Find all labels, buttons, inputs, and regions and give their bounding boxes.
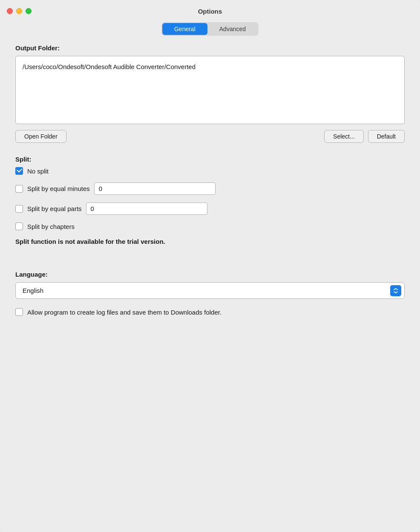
log-files-checkbox[interactable]	[15, 308, 23, 316]
tabs-wrapper: General Advanced	[161, 22, 259, 36]
window-controls	[7, 8, 32, 14]
no-split-checkbox[interactable]	[15, 167, 23, 175]
btn-group-right: Select... Default	[324, 130, 405, 143]
minimize-button[interactable]	[16, 8, 22, 14]
default-button[interactable]: Default	[368, 130, 405, 143]
equal-minutes-input[interactable]	[94, 182, 216, 195]
equal-minutes-label[interactable]: Split by equal minutes	[27, 185, 90, 192]
open-folder-button[interactable]: Open Folder	[15, 130, 66, 143]
window-title: Options	[198, 8, 222, 15]
split-option-equal-minutes: Split by equal minutes	[15, 182, 405, 195]
language-select[interactable]: English Chinese French German Spanish Ja…	[15, 282, 405, 299]
equal-minutes-checkbox[interactable]	[15, 185, 23, 193]
tab-general[interactable]: General	[162, 23, 207, 35]
select-button[interactable]: Select...	[324, 130, 364, 143]
chapters-label[interactable]: Split by chapters	[27, 223, 75, 230]
tab-advanced[interactable]: Advanced	[207, 23, 258, 35]
language-select-wrapper: English Chinese French German Spanish Ja…	[15, 282, 405, 299]
output-folder-input[interactable]: /Users/coco/Ondesoft/Ondesoft Audible Co…	[15, 56, 405, 124]
split-label: Split:	[15, 156, 405, 163]
buttons-row: Open Folder Select... Default	[15, 130, 405, 143]
titlebar: Options	[0, 0, 420, 22]
close-button[interactable]	[7, 8, 13, 14]
equal-parts-label[interactable]: Split by equal parts	[27, 205, 82, 212]
trial-notice: Split function is not available for the …	[15, 238, 405, 245]
log-files-label[interactable]: Allow program to create log files and sa…	[27, 309, 222, 316]
equal-parts-input[interactable]	[86, 202, 207, 215]
tabs-container: General Advanced	[0, 22, 420, 36]
language-label: Language:	[15, 271, 405, 278]
language-section: Language: English Chinese French German …	[15, 271, 405, 299]
split-option-no-split: No split	[15, 167, 405, 175]
output-folder-label: Output Folder:	[15, 44, 405, 52]
content-area: Output Folder: /Users/coco/Ondesoft/Onde…	[0, 44, 420, 331]
split-option-equal-parts: Split by equal parts	[15, 202, 405, 215]
chapters-checkbox[interactable]	[15, 223, 23, 230]
equal-parts-checkbox[interactable]	[15, 205, 23, 213]
split-section: Split: No split Split by equal minutes S…	[15, 156, 405, 245]
split-option-chapters: Split by chapters	[15, 223, 405, 230]
no-split-label[interactable]: No split	[27, 168, 49, 175]
log-files-option: Allow program to create log files and sa…	[15, 308, 405, 316]
maximize-button[interactable]	[26, 8, 32, 14]
options-window: Options General Advanced Output Folder: …	[0, 0, 420, 532]
